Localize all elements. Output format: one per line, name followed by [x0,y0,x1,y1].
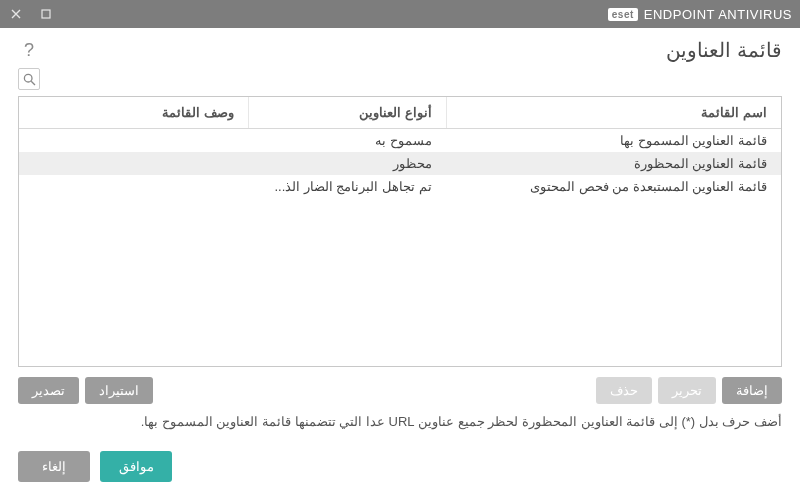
ok-button[interactable]: موافق [100,451,172,482]
action-buttons: إضافة تحرير حذف استيراد تصدير [0,367,800,404]
address-list-table: اسم القائمة أنواع العناوين وصف القائمة ق… [18,96,782,367]
app-name: ENDPOINT ANTIVIRUS [644,7,792,22]
table-row[interactable]: قائمة العناوين المستبعدة من فحص المحتوىت… [19,175,781,198]
cell-desc [19,175,248,198]
add-button[interactable]: إضافة [722,377,782,404]
import-button[interactable]: استيراد [85,377,153,404]
svg-rect-0 [42,10,50,18]
close-icon[interactable] [8,6,24,22]
cell-type: مسموح به [248,129,446,152]
table-row[interactable]: قائمة العناوين المحظورةمحظور [19,152,781,175]
footer: إلغاء موافق [0,429,800,500]
cell-type: محظور [248,152,446,175]
cancel-button[interactable]: إلغاء [18,451,90,482]
col-header-name[interactable]: اسم القائمة [446,97,781,128]
cell-name: قائمة العناوين المحظورة [446,152,781,175]
svg-line-2 [31,81,35,85]
table-row[interactable]: قائمة العناوين المسموح بهامسموح به [19,129,781,152]
export-button[interactable]: تصدير [18,377,79,404]
search-icon [23,73,36,86]
maximize-icon[interactable] [38,6,54,22]
edit-button[interactable]: تحرير [658,377,716,404]
page-title: قائمة العناوين [666,38,782,62]
header: قائمة العناوين ? [0,28,800,68]
cell-name: قائمة العناوين المسموح بها [446,129,781,152]
hint-text: أضف حرف بدل (*) إلى قائمة العناوين المحظ… [0,404,800,429]
cell-desc [19,129,248,152]
help-icon[interactable]: ? [18,39,40,61]
col-header-type[interactable]: أنواع العناوين [248,97,446,128]
cell-desc [19,152,248,175]
col-header-desc[interactable]: وصف القائمة [19,97,248,128]
svg-point-1 [24,74,32,82]
search-button[interactable] [18,68,40,90]
titlebar: eset ENDPOINT ANTIVIRUS [0,0,800,28]
window-controls [8,6,54,22]
app-title: eset ENDPOINT ANTIVIRUS [608,7,792,22]
cell-type: تم تجاهل البرنامج الضار الذ... [248,175,446,198]
eset-badge: eset [608,8,638,21]
delete-button[interactable]: حذف [596,377,652,404]
search-row [0,68,800,96]
cell-name: قائمة العناوين المستبعدة من فحص المحتوى [446,175,781,198]
table-header: اسم القائمة أنواع العناوين وصف القائمة [19,97,781,129]
table-body: قائمة العناوين المسموح بهامسموح بهقائمة … [19,129,781,366]
